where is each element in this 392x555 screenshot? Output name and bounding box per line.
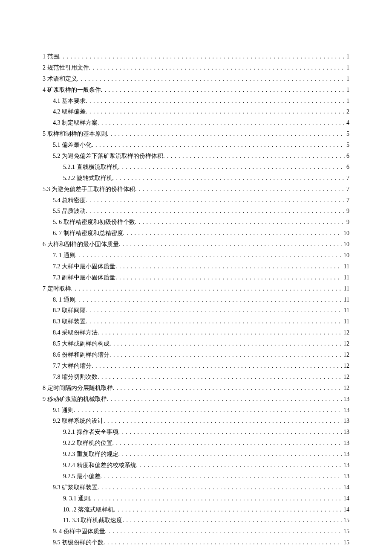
toc-page-number: 15	[342, 515, 349, 526]
toc-leader-dots	[101, 84, 345, 96]
toc-page-number: 13	[342, 427, 349, 438]
toc-entry: 7.7 大样的缩分12	[43, 360, 349, 372]
toc-entry: 9. 3.1 通则14	[43, 493, 349, 504]
toc-page-number: 1	[345, 62, 349, 73]
toc-page-number: 12	[342, 360, 349, 372]
toc-page-number: 13	[342, 449, 349, 460]
toc-label: 9.1 通则	[53, 405, 74, 416]
toc-leader-dots	[77, 73, 345, 84]
toc-page-number: 13	[342, 416, 349, 427]
toc-page-number: 5	[345, 128, 349, 139]
toc-label: 9 移动矿浆流的机械取样	[43, 394, 107, 405]
toc-leader-dots	[115, 272, 342, 283]
toc-leader-dots	[112, 173, 345, 184]
toc-label: 5.2.2 旋转式取样机	[63, 173, 112, 184]
toc-entry: 4.3 制定取样方案4	[43, 117, 349, 128]
toc-leader-dots	[86, 195, 345, 206]
toc-page-number: 7	[345, 173, 349, 184]
toc-entry: 2 规范性引用文件1	[43, 62, 349, 73]
toc-leader-dots	[107, 128, 345, 139]
toc-page-number: 1	[345, 73, 349, 84]
toc-page-number: 5	[345, 139, 349, 151]
toc-leader-dots	[98, 372, 342, 383]
toc-leader-dots	[104, 416, 342, 427]
toc-label: 2 规范性引用文件	[43, 62, 89, 73]
toc-entry: 5 取样和制样的基本原则5	[43, 128, 349, 139]
toc-page-number: 12	[342, 372, 349, 383]
toc-entry: 5.2.1 直线横流取样机6	[43, 162, 349, 173]
toc-label: 8. 1 通则	[53, 294, 75, 305]
toc-page-number: 11	[342, 305, 349, 316]
toc-page-number: 2	[345, 106, 349, 117]
toc-label: 5. 6 取样精密度和初级份样个数	[53, 217, 135, 228]
toc-page-number: 13	[342, 438, 349, 449]
toc-leader-dots	[74, 405, 342, 416]
toc-label: 6 大样和副样的最小固体质量	[43, 239, 119, 250]
toc-label: 9.2.1 操作者安全事项	[63, 427, 118, 438]
toc-page-number: 14	[342, 504, 349, 515]
toc-label: 8.6 份样和副样的缩分	[53, 349, 110, 360]
toc-entry: 5.4 总精密度7	[43, 195, 349, 206]
toc-leader-dots	[86, 96, 345, 107]
toc-entry: 9.3 矿浆取样装置14	[43, 482, 349, 493]
toc-leader-dots	[122, 515, 342, 526]
toc-label: 9. 3.1 通则	[63, 493, 90, 504]
toc-label: 5 取样和制样的基本原则	[43, 128, 107, 139]
toc-leader-dots	[98, 117, 345, 128]
toc-page-number: 13	[342, 471, 349, 482]
toc-leader-dots	[101, 471, 342, 482]
toc-leader-dots	[115, 261, 342, 272]
toc-label: 9.3 矿浆取样装置	[53, 482, 98, 493]
toc-leader-dots	[98, 482, 342, 493]
toc-leader-dots	[104, 537, 342, 548]
toc-page: 1 范围12 规范性引用文件13 术语和定义14 矿浆取样的一般条件14.1 基…	[0, 0, 392, 555]
toc-page-number: 9	[345, 217, 349, 228]
toc-label: 5.3 为避免偏差手工取样的份样体积	[43, 184, 135, 195]
toc-leader-dots	[75, 250, 342, 261]
toc-leader-dots	[135, 184, 345, 195]
toc-page-number: 1	[345, 84, 349, 96]
table-of-contents: 1 范围12 规范性引用文件13 术语和定义14 矿浆取样的一般条件14.1 基…	[43, 51, 349, 548]
toc-page-number: 6	[345, 151, 349, 162]
toc-label: 8.2 取样间隔	[53, 305, 86, 316]
toc-entry: 5.1 偏差最小化5	[43, 139, 349, 151]
toc-entry: 4.1 基本要求1	[43, 96, 349, 107]
toc-leader-dots	[118, 162, 345, 173]
toc-entry: 8.2 取样间隔11	[43, 305, 349, 316]
toc-leader-dots	[107, 394, 342, 405]
toc-page-number: 7	[345, 195, 349, 206]
toc-entry: 8 定时间隔内分层随机取样12	[43, 383, 349, 394]
toc-page-number: 14	[342, 482, 349, 493]
toc-leader-dots	[71, 283, 342, 294]
toc-leader-dots	[112, 438, 342, 449]
toc-entry: 7.2 大样中最小固体质量11	[43, 261, 349, 272]
toc-entry: 4.2 取样偏差2	[43, 106, 349, 117]
toc-label: 5.4 总精密度	[53, 195, 86, 206]
toc-entry: 8.4 采取份样方法12	[43, 327, 349, 338]
toc-entry: 11. 3.3 取样机截取速度15	[43, 515, 349, 526]
toc-leader-dots	[86, 206, 345, 217]
toc-label: 5.1 偏差最小化	[53, 139, 92, 151]
toc-page-number: 12	[342, 349, 349, 360]
toc-page-number: 11	[342, 283, 349, 294]
toc-leader-dots	[135, 217, 345, 228]
toc-entry: 5.5 品质波动9	[43, 206, 349, 217]
toc-entry: 10. .2 落流式取样机14	[43, 504, 349, 515]
toc-entry: 7 定时取样11	[43, 283, 349, 294]
toc-label: 4.3 制定取样方案	[53, 117, 98, 128]
toc-entry: 9.2.2 取样机的位置13	[43, 438, 349, 449]
toc-label: 11. 3.3 取样机截取速度	[63, 515, 122, 526]
toc-page-number: 4	[345, 117, 349, 128]
toc-entry: 8.5 大样或副样的构成12	[43, 338, 349, 349]
toc-page-number: 11	[342, 316, 349, 327]
toc-label: 7.7 大样的缩分	[53, 360, 92, 372]
toc-entry: 9.2 取样系统的设计13	[43, 416, 349, 427]
toc-label: 1 范围	[43, 51, 59, 62]
toc-leader-dots	[98, 327, 342, 338]
toc-entry: 6 大样和副样的最小固体质量10	[43, 239, 349, 250]
toc-label: 8.5 大样或副样的构成	[53, 338, 110, 349]
toc-leader-dots	[123, 228, 342, 239]
toc-page-number: 12	[342, 338, 349, 349]
toc-label: 6. 7 制样精密度和总精密度	[53, 228, 123, 239]
toc-page-number: 1	[345, 96, 349, 107]
